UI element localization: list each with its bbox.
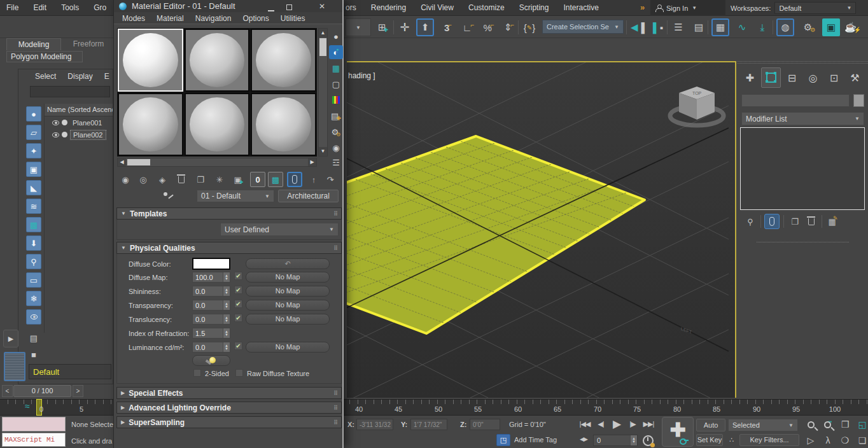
zoom-extents-button[interactable]: ❒ — [837, 417, 853, 431]
menu-tools[interactable]: Tools — [55, 0, 85, 16]
selection-filter-dropdown[interactable]: ▼ — [346, 18, 371, 36]
go-to-end-button[interactable]: ▶▶| — [640, 420, 657, 428]
explorer-menu-display[interactable]: Display — [67, 72, 92, 81]
shininess-enable-checkbox[interactable]: ✔ — [234, 286, 242, 294]
scroll-up-button[interactable]: ▲ — [319, 29, 327, 38]
go-forward-to-sibling-button[interactable]: ↷ — [323, 172, 338, 187]
mirror-button[interactable]: ◀▐ — [629, 18, 647, 36]
x-coordinate-field[interactable]: -3'11 31/32 — [356, 419, 393, 430]
key-mode-toggle[interactable]: ◀▶ — [578, 436, 589, 442]
play-button[interactable]: ▶ — [608, 417, 625, 431]
menu-overflow-chevron[interactable]: » — [640, 3, 645, 12]
viewport-canvas[interactable]: TOP FRONT LEFT — [347, 62, 735, 398]
select-by-name-button[interactable]: ⊞✚ — [374, 18, 392, 36]
rollout-divider[interactable] — [757, 242, 849, 242]
filter-shapes-icon[interactable]: ▱ — [26, 125, 41, 140]
make-unique-button[interactable]: ❐ — [787, 214, 802, 229]
menu-civil-view[interactable]: Civil View — [414, 0, 460, 16]
sample-slot-2[interactable] — [185, 29, 250, 92]
physical-qualities-rollout-header[interactable]: ▼Physical Qualities⠿ — [116, 242, 342, 254]
filter-geometry-icon[interactable]: ● — [26, 106, 41, 122]
visibility-eye-icon[interactable] — [52, 132, 59, 137]
background-button[interactable]: ▦ — [329, 61, 343, 75]
filter-materials-icon[interactable]: ▩ — [26, 217, 41, 232]
display-children-icon[interactable]: ▤ — [26, 330, 41, 346]
time-slider-prev-button[interactable]: < — [2, 385, 13, 397]
scroll-down-button[interactable]: ▼ — [319, 147, 327, 156]
curve-editor-button[interactable]: ∿ — [733, 18, 751, 36]
luminance-map-button[interactable]: No Map — [246, 342, 330, 353]
scene-explorer-toggle-button[interactable]: ▦ — [711, 18, 729, 36]
advanced-lighting-override-rollout-header[interactable]: ▶Advanced Lighting Override⠿ — [116, 402, 342, 414]
active-layer-field[interactable]: Default — [29, 364, 111, 379]
sign-in-button[interactable]: Sign In ▼ — [650, 0, 725, 16]
menu-scripting[interactable]: Scripting — [513, 0, 556, 16]
scroll-right-button[interactable]: ▶ — [308, 158, 316, 166]
filter-funnel-icon[interactable]: ▼ — [26, 382, 41, 384]
ribbon-panel-polygon-modeling[interactable]: Polygon Modeling — [6, 51, 83, 62]
previous-frame-button[interactable]: ◀| — [594, 420, 607, 428]
shininess-spinner[interactable]: 0.0▲▼ — [192, 286, 230, 297]
menu-editors[interactable]: ors — [344, 0, 363, 16]
schematic-view-button[interactable]: ⤓ — [753, 18, 771, 36]
set-keys-button[interactable]: ✚ — [662, 417, 694, 447]
remove-modifier-button[interactable] — [804, 214, 819, 229]
menu-interactive[interactable]: Interactive — [557, 0, 605, 16]
zoom-button[interactable] — [803, 417, 818, 431]
current-frame-field[interactable]: 0 ▲▼ — [593, 435, 638, 446]
diffuse-map-enable-checkbox[interactable]: ✔ — [234, 272, 242, 280]
set-key-button[interactable]: Set Key — [696, 434, 723, 446]
spinner-snap-button[interactable]: ⇕⌐ — [500, 18, 518, 36]
align-button[interactable]: ▌▪ — [649, 18, 667, 36]
ribbon-tab-modeling[interactable]: Modeling — [6, 38, 61, 50]
perspective-viewport[interactable]: TOP FRONT LEFT hading ] — [347, 61, 736, 398]
set-key-filters-icon[interactable]: ∴ — [725, 436, 737, 444]
configure-modifier-sets-button[interactable]: ▦✎ — [825, 214, 841, 229]
select-and-move-button[interactable]: ✛ — [396, 18, 414, 36]
make-preview-button[interactable]: ▤✚ — [329, 109, 343, 123]
menu-file[interactable]: File — [0, 0, 25, 16]
panel-grip[interactable] — [738, 61, 868, 64]
filter-frozen-icon[interactable]: ❄ — [26, 291, 41, 306]
render-setup-button[interactable]: ⚙⚙ — [801, 18, 818, 36]
next-frame-button[interactable]: |▶ — [626, 420, 639, 428]
material-editor-button[interactable]: ◍ — [776, 18, 794, 36]
templates-dropdown[interactable]: User Defined ▼ — [220, 223, 339, 236]
auto-key-button[interactable]: Auto Key — [696, 419, 725, 431]
time-configuration-button[interactable] — [643, 435, 654, 446]
slots-horizontal-scrollbar[interactable]: ◀ ▶ — [117, 158, 317, 167]
object-label[interactable]: Plane002 — [70, 130, 106, 140]
tab-display[interactable]: ⊡ — [824, 67, 844, 88]
field-of-view-button[interactable]: ▷ — [803, 433, 818, 447]
selection-set-keying-dropdown[interactable]: Selected▼ — [728, 419, 798, 431]
layer-explorer-button[interactable]: ☰ — [669, 18, 687, 36]
rendered-frame-window-button[interactable]: ▣ — [822, 18, 840, 36]
sample-slot-6[interactable] — [251, 93, 316, 156]
put-to-library-button[interactable]: ▣✚ — [231, 172, 246, 187]
filter-containers-icon[interactable]: ▭ — [26, 272, 41, 288]
object-color-swatch[interactable] — [853, 94, 864, 107]
tab-motion[interactable]: ◎ — [803, 67, 823, 88]
show-material-in-viewport-button[interactable]: ▩ — [268, 172, 283, 187]
zoom-extents-all-button[interactable]: ◱ — [855, 417, 868, 431]
visibility-eye-icon[interactable] — [52, 120, 59, 125]
zoom-all-button[interactable]: ▪▪ — [820, 417, 836, 431]
filter-lights-icon[interactable]: ✦ — [26, 143, 41, 158]
material-name-dropdown[interactable]: 01 - Default ▼ — [197, 190, 274, 202]
explorer-menu-edit[interactable]: E — [104, 72, 109, 81]
close-button[interactable]: ✕ — [316, 2, 328, 11]
make-material-copy-button[interactable]: ❐ — [193, 172, 208, 187]
two-sided-checkbox[interactable] — [193, 369, 201, 377]
slots-vertical-scrollbar[interactable]: ▲ ▼ — [318, 28, 328, 157]
angle-snap-button[interactable]: ∟⌐ — [459, 18, 477, 36]
transparency-map-button[interactable]: No Map — [246, 300, 330, 311]
percent-snap-button[interactable]: %⌐ — [480, 18, 498, 36]
key-filters-button[interactable]: Key Filters... — [739, 434, 799, 446]
maxscript-listener-output[interactable] — [2, 417, 66, 431]
material-id-channel-button[interactable]: 0 — [250, 172, 265, 187]
sample-slot-4[interactable] — [118, 93, 183, 156]
options-button[interactable]: ⚙⚙ — [329, 125, 343, 139]
edit-named-selection-sets-button[interactable]: {✎} — [521, 18, 538, 36]
modifier-list-dropdown[interactable]: Modifier List ▼ — [741, 112, 864, 125]
tab-hierarchy[interactable]: ⊟ — [782, 67, 802, 88]
